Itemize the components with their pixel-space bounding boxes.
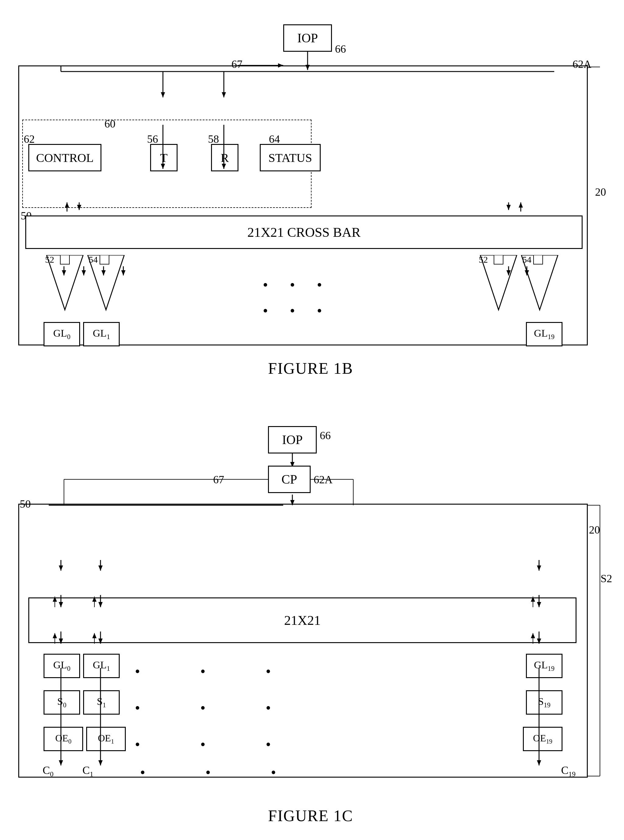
cp-label: CP bbox=[281, 472, 297, 487]
inner-label-1c: 21X21 bbox=[284, 613, 321, 628]
gl-bottom-left: GL0 GL1 bbox=[43, 322, 120, 346]
triangle-left: 52 54 bbox=[43, 255, 129, 317]
iop-box-1c: IOP bbox=[268, 426, 317, 453]
oe0-box: OE0 bbox=[43, 727, 83, 751]
s-row-right-1c: S19 bbox=[526, 690, 562, 715]
fig1b-title: FIGURE 1B bbox=[268, 359, 353, 378]
svg-rect-8 bbox=[494, 255, 503, 264]
gl0-box-1b: GL0 bbox=[43, 322, 80, 346]
iop-box-1b: IOP bbox=[283, 24, 332, 52]
figure-1c: IOP 66 CP 67 62A 50 20 S2 21X21 GL0 GL1 bbox=[18, 420, 603, 825]
label-60: 60 bbox=[105, 117, 116, 130]
label-s2: S2 bbox=[601, 572, 612, 585]
svg-rect-3 bbox=[100, 255, 109, 264]
label-62a-1c: 62A bbox=[314, 473, 332, 486]
gl-row-1c: GL0 GL1 bbox=[43, 654, 120, 678]
svg-text:54: 54 bbox=[522, 255, 531, 265]
svg-rect-2 bbox=[60, 255, 70, 264]
control-label: CONTROL bbox=[36, 151, 94, 165]
label-62: 62 bbox=[24, 133, 35, 145]
label-20-1b: 20 bbox=[595, 186, 606, 199]
gl19-box-1b: GL19 bbox=[526, 322, 562, 346]
iop-label-1c: IOP bbox=[282, 433, 303, 447]
dots-1c-1: • • • bbox=[135, 663, 280, 680]
page: IOP 66 67 62A 60 62 56 58 64 50 CONTROL … bbox=[0, 0, 624, 840]
crossbar-box: 21X21 CROSS BAR bbox=[25, 216, 582, 249]
s1-box: S1 bbox=[83, 690, 120, 715]
r-label: R bbox=[221, 151, 229, 165]
s19-box: S19 bbox=[526, 690, 562, 715]
svg-rect-9 bbox=[534, 255, 543, 264]
gl19-box-1c: GL19 bbox=[526, 654, 562, 678]
gl1-box-1b: GL1 bbox=[83, 322, 120, 346]
svg-text:52: 52 bbox=[479, 255, 488, 265]
fig1c-title: FIGURE 1C bbox=[268, 807, 353, 825]
label-58: 58 bbox=[208, 133, 219, 145]
crossbar-label: 21X21 CROSS BAR bbox=[247, 225, 361, 240]
gl-row-right-1c: GL19 bbox=[526, 654, 562, 678]
c19-label: C19 bbox=[561, 764, 576, 778]
figure-1b: IOP 66 67 62A 60 62 56 58 64 50 CONTROL … bbox=[18, 18, 603, 378]
t-label: T bbox=[160, 151, 167, 165]
c-labels-left: C0 C1 bbox=[43, 764, 93, 778]
oe-row-right-1c: OE19 bbox=[523, 727, 562, 751]
svg-text:52: 52 bbox=[45, 255, 54, 265]
inner-box-1c: 21X21 bbox=[28, 597, 576, 643]
label-64: 64 bbox=[269, 133, 280, 145]
oe-row-1c: OE0 OE1 bbox=[43, 727, 126, 751]
s0-box: S0 bbox=[43, 690, 80, 715]
c0-label: C0 bbox=[43, 764, 54, 778]
control-box: CONTROL bbox=[28, 144, 101, 171]
dots-1c-3: • • • bbox=[135, 736, 280, 753]
outer-box-1b: 60 62 56 58 64 50 CONTROL T R STATUS bbox=[18, 65, 588, 345]
status-box: STATUS bbox=[260, 144, 321, 171]
label-67-1c: 67 bbox=[213, 473, 224, 486]
dots-1c-2: • • • bbox=[135, 700, 280, 716]
status-label: STATUS bbox=[268, 151, 312, 165]
label-56: 56 bbox=[147, 133, 158, 145]
dots-1b: • • • • • • bbox=[263, 276, 331, 319]
r-box: R bbox=[211, 144, 238, 171]
gl-bottom-right: GL19 bbox=[526, 322, 562, 346]
svg-text:54: 54 bbox=[89, 255, 98, 265]
triangle-right: 52 54 bbox=[477, 255, 562, 317]
iop-label-1b: IOP bbox=[297, 31, 318, 45]
gl0-box-1c: GL0 bbox=[43, 654, 80, 678]
oe1-box: OE1 bbox=[86, 727, 126, 751]
outer-box-1c: 21X21 GL0 GL1 GL19 S0 bbox=[18, 504, 588, 778]
c-dots: • • • bbox=[140, 764, 285, 781]
tri-left-svg: 52 54 bbox=[43, 255, 129, 316]
c1-label: C1 bbox=[82, 764, 94, 778]
tri-right-svg: 52 54 bbox=[477, 255, 562, 316]
oe19-box: OE19 bbox=[523, 727, 562, 751]
label-66-1c: 66 bbox=[320, 429, 331, 442]
gl1-box-1c: GL1 bbox=[83, 654, 120, 678]
cp-box: CP bbox=[268, 465, 310, 493]
label-66-1b: 66 bbox=[335, 43, 346, 55]
label-20-1c: 20 bbox=[589, 524, 600, 536]
s-row-1c: S0 S1 bbox=[43, 690, 120, 715]
t-box: T bbox=[150, 144, 178, 171]
